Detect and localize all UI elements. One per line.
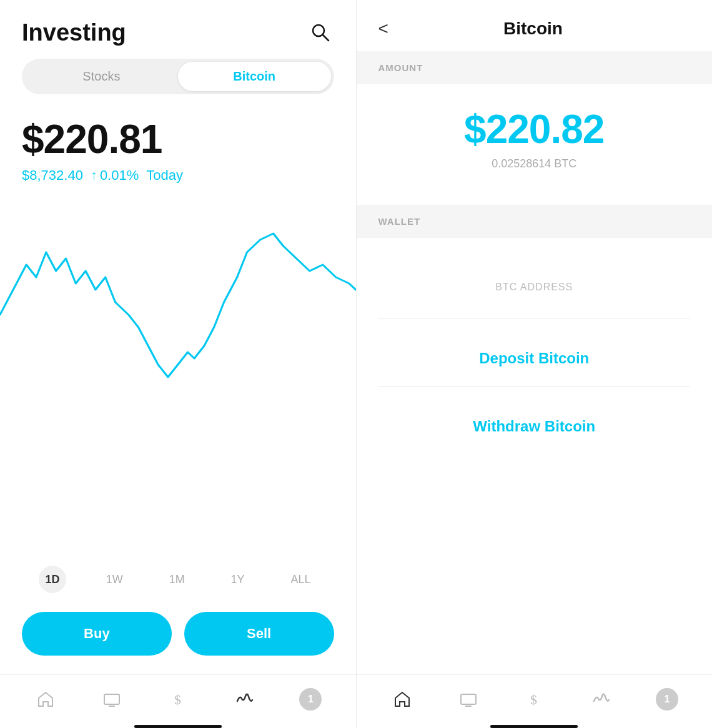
- tab-bitcoin[interactable]: Bitcoin: [178, 62, 331, 91]
- right-page-title: Bitcoin: [401, 19, 665, 39]
- home-indicator: [134, 725, 222, 728]
- right-nav-home[interactable]: [390, 687, 414, 711]
- right-panel: < Bitcoin AMOUNT $220.82 0.02528614 BTC …: [357, 0, 713, 728]
- home-icon: [34, 687, 57, 711]
- search-icon: [310, 22, 330, 42]
- tab-stocks[interactable]: Stocks: [25, 62, 178, 91]
- amount-usd: $220.82: [464, 106, 604, 152]
- price-meta: $8,732.40 ↑ 0.01% Today: [22, 167, 334, 184]
- amount-section: $220.82 0.02528614 BTC: [357, 84, 713, 192]
- right-nav-notifications[interactable]: 1: [656, 688, 678, 711]
- time-filters: 1D 1W 1M 1Y ALL: [0, 553, 356, 606]
- right-header: < Bitcoin: [357, 0, 713, 51]
- tv-icon: [100, 687, 124, 711]
- chart-area: [0, 196, 356, 553]
- wallet-section-label: WALLET: [357, 205, 713, 238]
- filter-1w[interactable]: 1W: [100, 568, 129, 591]
- nav-notifications[interactable]: 1: [299, 688, 322, 711]
- right-bottom-nav: $ 1: [357, 674, 713, 717]
- left-panel: Investing Stocks Bitcoin $220.81 $8,732.…: [0, 0, 356, 728]
- svg-rect-5: [461, 694, 476, 704]
- nav-investing[interactable]: [233, 687, 257, 711]
- left-bottom-nav: $ 1: [0, 674, 356, 717]
- svg-rect-2: [104, 694, 119, 704]
- main-price: $220.81: [22, 116, 334, 162]
- filter-1y[interactable]: 1Y: [225, 568, 251, 591]
- right-tv-icon: [457, 687, 480, 711]
- price-change: ↑ 0.01%: [91, 167, 139, 184]
- withdraw-button[interactable]: Withdraw Bitcoin: [378, 399, 691, 454]
- buy-button[interactable]: Buy: [22, 612, 172, 656]
- right-activity-icon: [590, 687, 613, 711]
- nav-media[interactable]: [100, 687, 124, 711]
- page-title: Investing: [22, 19, 126, 46]
- search-button[interactable]: [307, 19, 334, 46]
- left-header: Investing: [0, 0, 356, 59]
- back-button[interactable]: <: [378, 19, 388, 39]
- nav-transfer[interactable]: $: [167, 687, 190, 711]
- activity-icon: [233, 687, 257, 711]
- svg-text:$: $: [174, 692, 181, 707]
- right-nav-investing[interactable]: [590, 687, 613, 711]
- wallet-divider: [378, 318, 691, 318]
- sell-button[interactable]: Sell: [184, 612, 334, 656]
- price-btc-value: $8,732.40: [22, 167, 83, 184]
- right-home-indicator: [490, 725, 578, 728]
- arrow-up-icon: ↑: [91, 167, 97, 184]
- price-chart: [0, 202, 356, 402]
- notification-badge: 1: [299, 688, 322, 711]
- filter-all[interactable]: ALL: [284, 568, 317, 591]
- svg-line-1: [323, 35, 329, 41]
- dollar-icon: $: [167, 687, 190, 711]
- right-nav-transfer[interactable]: $: [523, 687, 546, 711]
- nav-home[interactable]: [34, 687, 57, 711]
- tab-switcher: Stocks Bitcoin: [22, 59, 334, 94]
- amount-btc: 0.02528614 BTC: [492, 157, 576, 170]
- right-notification-badge: 1: [656, 688, 678, 711]
- filter-1m[interactable]: 1M: [163, 568, 191, 591]
- filter-1d[interactable]: 1D: [39, 566, 66, 593]
- svg-text:$: $: [530, 692, 537, 707]
- deposit-button[interactable]: Deposit Bitcoin: [378, 331, 691, 386]
- right-dollar-icon: $: [523, 687, 546, 711]
- right-nav-media[interactable]: [457, 687, 480, 711]
- right-home-icon: [390, 687, 414, 711]
- action-buttons: Buy Sell: [0, 606, 356, 674]
- amount-section-label: AMOUNT: [357, 51, 713, 84]
- price-section: $220.81 $8,732.40 ↑ 0.01% Today: [0, 110, 356, 196]
- btc-address-label: BTC ADDRESS: [378, 269, 691, 305]
- price-period: Today: [146, 167, 183, 184]
- wallet-content: BTC ADDRESS Deposit Bitcoin Withdraw Bit…: [357, 238, 713, 674]
